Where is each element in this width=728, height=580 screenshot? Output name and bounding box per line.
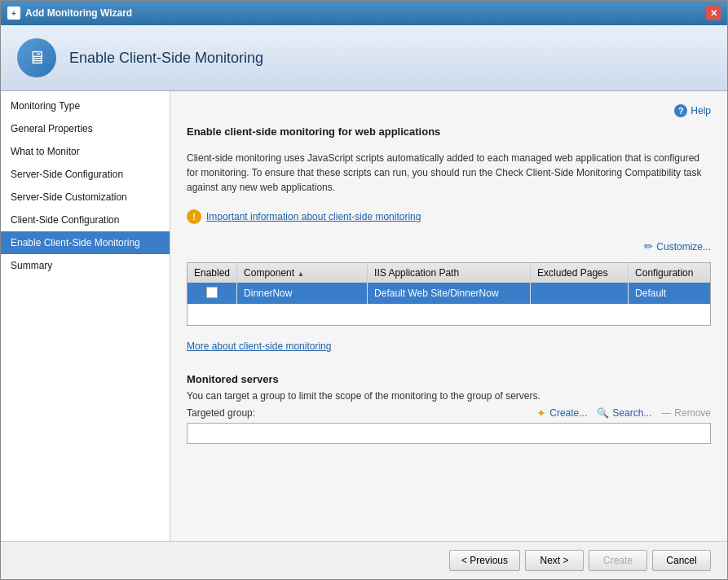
col-configuration: Configuration bbox=[629, 263, 710, 283]
col-component[interactable]: Component ▲ bbox=[237, 263, 368, 283]
row-excluded-pages-cell bbox=[531, 283, 629, 304]
help-row: ? Help bbox=[187, 104, 711, 117]
create-group-button[interactable]: ✦ Create... bbox=[536, 406, 587, 420]
sidebar-item-enable-client-side-monitoring[interactable]: Enable Client-Side Monitoring bbox=[1, 231, 170, 254]
more-link[interactable]: More about client-side monitoring bbox=[187, 341, 711, 352]
targeted-btns: ✦ Create... 🔍 Search... — Remove bbox=[536, 406, 711, 420]
sidebar-item-summary[interactable]: Summary bbox=[1, 254, 170, 277]
create-btn-label: Create... bbox=[549, 407, 587, 419]
search-group-button[interactable]: 🔍 Search... bbox=[597, 407, 651, 419]
app-icon: + bbox=[7, 7, 20, 20]
footer: < Previous Next > Create Cancel bbox=[1, 541, 727, 579]
targeted-row: Targeted group: ✦ Create... 🔍 Search... … bbox=[187, 406, 711, 420]
sort-arrow-icon: ▲ bbox=[297, 270, 304, 278]
table-container: Enabled Component ▲ IIS Application Path… bbox=[187, 262, 711, 326]
next-button[interactable]: Next > bbox=[525, 550, 584, 571]
section-title: Enable client-side monitoring for web ap… bbox=[187, 125, 711, 138]
close-button[interactable]: ✕ bbox=[706, 6, 721, 20]
components-table: Enabled Component ▲ IIS Application Path… bbox=[188, 263, 710, 325]
cancel-button[interactable]: Cancel bbox=[652, 550, 711, 571]
previous-button[interactable]: < Previous bbox=[449, 550, 520, 571]
targeted-group-input[interactable] bbox=[187, 423, 711, 444]
window-title: Add Monitoring Wizard bbox=[25, 7, 132, 19]
info-icon: ! bbox=[187, 209, 201, 224]
sidebar-item-general-properties[interactable]: General Properties bbox=[1, 117, 170, 140]
customize-row: ✏ Customize... bbox=[187, 240, 711, 253]
targeted-label: Targeted group: bbox=[187, 407, 255, 419]
table-header-row: Enabled Component ▲ IIS Application Path… bbox=[188, 263, 710, 283]
description: Client-side monitoring uses JavaScript s… bbox=[187, 151, 711, 195]
body: Monitoring Type General Properties What … bbox=[1, 91, 727, 541]
col-excluded-pages: Excluded Pages bbox=[531, 263, 629, 283]
table-empty-space bbox=[188, 304, 710, 325]
col-iis-path: IIS Application Path bbox=[368, 263, 531, 283]
row-enabled-cell bbox=[188, 283, 237, 304]
sidebar-item-client-side-configuration[interactable]: Client-Side Configuration bbox=[1, 209, 170, 231]
sidebar-item-server-side-configuration[interactable]: Server-Side Configuration bbox=[1, 163, 170, 186]
sidebar: Monitoring Type General Properties What … bbox=[1, 91, 170, 541]
create-icon: ✦ bbox=[536, 406, 546, 420]
main-window: + Add Monitoring Wizard ✕ 🖥 Enable Clien… bbox=[0, 0, 728, 580]
titlebar-left: + Add Monitoring Wizard bbox=[7, 7, 132, 20]
help-icon: ? bbox=[674, 104, 687, 117]
create-button[interactable]: Create bbox=[589, 550, 647, 571]
table-row[interactable]: DinnerNow Default Web Site/DinnerNow Def… bbox=[188, 283, 710, 304]
customize-button[interactable]: ✏ Customize... bbox=[644, 240, 711, 253]
info-link[interactable]: Important information about client-side … bbox=[206, 211, 421, 222]
customize-label: Customize... bbox=[656, 241, 711, 253]
search-icon: 🔍 bbox=[597, 407, 609, 419]
monitored-title: Monitored servers bbox=[187, 373, 711, 385]
header-title: Enable Client-Side Monitoring bbox=[69, 50, 263, 67]
row-component-cell: DinnerNow bbox=[237, 283, 368, 304]
sidebar-item-server-side-customization[interactable]: Server-Side Customization bbox=[1, 186, 170, 209]
monitored-section: Monitored servers You can target a group… bbox=[187, 373, 711, 444]
main-content: ? Help Enable client-side monitoring for… bbox=[170, 91, 727, 541]
header-icon-glyph: 🖥 bbox=[28, 47, 46, 68]
sidebar-item-monitoring-type[interactable]: Monitoring Type bbox=[1, 94, 170, 117]
col-enabled: Enabled bbox=[188, 263, 237, 283]
titlebar: + Add Monitoring Wizard ✕ bbox=[1, 1, 727, 25]
sidebar-item-what-to-monitor[interactable]: What to Monitor bbox=[1, 140, 170, 163]
checkbox-icon bbox=[206, 287, 218, 298]
search-btn-label: Search... bbox=[612, 407, 651, 419]
remove-btn-label: Remove bbox=[674, 407, 711, 419]
header-icon: 🖥 bbox=[17, 38, 56, 77]
remove-icon: — bbox=[661, 407, 671, 419]
row-iis-path-cell: Default Web Site/DinnerNow bbox=[368, 283, 531, 304]
info-row: ! Important information about client-sid… bbox=[187, 209, 711, 224]
row-configuration-cell: Default bbox=[629, 283, 710, 304]
header: 🖥 Enable Client-Side Monitoring bbox=[1, 25, 727, 91]
customize-icon: ✏ bbox=[644, 240, 653, 253]
help-link[interactable]: Help bbox=[690, 105, 711, 116]
monitored-desc: You can target a group to limit the scop… bbox=[187, 390, 711, 402]
remove-group-button[interactable]: — Remove bbox=[661, 407, 711, 419]
